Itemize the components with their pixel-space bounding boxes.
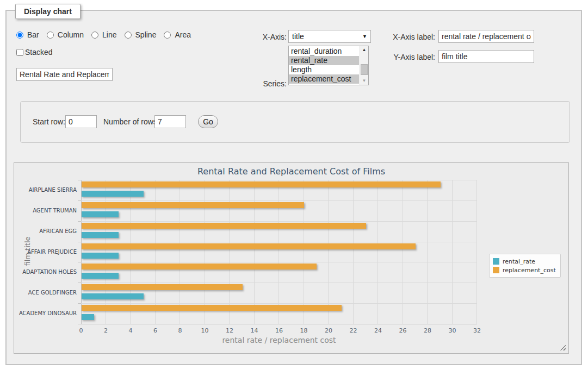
category-label: ACADEMY DINOSAUR [16,310,77,317]
scroll-down-icon[interactable]: ▼ [360,77,368,85]
x-tick-label: 28 [417,327,438,334]
x-tick-label: 22 [343,327,364,334]
legend-swatch [493,258,499,265]
x-axis-select[interactable]: title ▼ [288,30,371,43]
gridline [81,200,477,201]
category-tick [78,242,81,242]
x-tick-label: 12 [219,327,240,334]
gridline [403,180,403,324]
gridline [106,180,106,324]
number-of-rows-input[interactable] [154,115,186,128]
chart-type-radio-area[interactable] [164,32,171,39]
legend-item[interactable]: rental_rate [493,257,556,266]
legend-swatch [493,267,499,273]
chart-type-label-area[interactable]: Area [175,30,191,39]
series-option[interactable]: replacement_cost [289,74,359,84]
x-tick-label: 18 [293,327,315,334]
gridline [81,242,477,242]
chart-type-radio-group: Bar Column Line Spline Area [16,30,196,39]
category-tick [78,262,81,262]
x-tick-label: 4 [120,327,141,334]
bar-rental_rate [82,253,119,259]
x-tick-label: 10 [194,327,216,334]
bar-rental_rate [82,293,144,299]
bar-rental_rate [82,314,94,320]
gridline [130,180,131,324]
chart-type-label-line[interactable]: Line [102,30,116,39]
category-tick [78,303,81,304]
gridline [81,262,477,262]
bar-replacement_cost [82,305,342,311]
x-axis-label-input[interactable] [438,30,534,43]
fieldset-legend: Display chart [15,4,81,19]
chart-type-radio-line[interactable] [91,32,98,39]
bar-replacement_cost [82,181,441,187]
gridline [476,180,477,324]
bar-rental_rate [82,273,119,279]
chart-type-label-spline[interactable]: Spline [135,30,157,39]
bar-rental_rate [82,191,144,197]
go-button[interactable]: Go [198,115,218,128]
x-tick-label: 0 [70,327,92,334]
x-tick-label: 8 [169,327,191,334]
gridline [205,180,205,324]
series-option[interactable]: rental_rate [289,56,359,65]
chart-legend: rental_ratereplacement_cost [489,254,561,278]
chart-container: Rental Rate and Replacement Cost of Film… [14,162,569,354]
x-tick-label: 30 [442,327,463,334]
scroll-up-icon[interactable]: ▲ [360,46,368,54]
gridline [304,180,304,324]
number-of-rows-label: Number of rows: [103,117,159,126]
bar-replacement_cost [82,223,366,229]
stacked-row: Stacked [16,48,53,57]
legend-label: replacement_cost [503,267,556,274]
bar-replacement_cost [82,243,416,249]
gridline [81,180,477,180]
series-listbox[interactable]: rental_durationrental_ratelengthreplacem… [288,46,369,85]
chart-type-radio-bar[interactable] [16,32,23,39]
series-listbox-label: Series: [240,79,287,88]
chart-type-radio-column[interactable] [47,32,54,39]
category-axis-line [81,180,82,324]
stacked-checkbox[interactable] [16,49,23,56]
x-tick-label: 24 [367,327,389,334]
legend-item[interactable]: replacement_cost [493,266,556,274]
stacked-label[interactable]: Stacked [25,48,53,57]
x-axis-label-label: X-Axis label: [384,33,435,41]
chart-type-label-column[interactable]: Column [58,30,84,39]
y-axis-label-label: Y-Axis label: [384,53,435,61]
gridline [353,180,354,324]
series-option[interactable]: length [289,65,359,74]
start-row-input[interactable] [65,115,97,128]
gridline [81,283,477,283]
gridline [155,180,156,324]
chart-type-radio-spline[interactable] [125,32,132,39]
bar-replacement_cost [82,284,243,290]
category-label: AFRICAN EGG [16,228,77,235]
series-options: rental_durationrental_ratelengthreplacem… [289,47,359,84]
chart-plot-area [81,180,477,324]
chart-title-input[interactable] [16,68,113,81]
resize-handle-icon[interactable] [560,344,566,350]
display-chart-fieldset: Display chart Bar Column Line Spline Are… [5,10,582,365]
scrollbar-thumb[interactable] [361,64,368,75]
bar-replacement_cost [82,202,304,208]
category-tick [78,180,81,180]
gridline [377,180,378,324]
value-axis-line [81,324,477,324]
y-axis-label-input[interactable] [438,50,534,63]
chart-x-axis-title: rental rate / replacement cost [81,336,477,344]
chart-type-label-bar[interactable]: Bar [27,30,39,39]
listbox-scrollbar[interactable]: ▲ ▼ [360,46,368,85]
gridline [254,180,255,324]
category-tick [78,324,81,324]
category-label: AGENT TRUMAN [16,208,77,214]
category-tick [78,283,81,283]
x-tick-label: 32 [466,327,488,334]
series-option[interactable]: rental_duration [289,47,359,56]
legend-label: rental_rate [503,258,535,265]
x-tick-label: 16 [268,327,290,334]
chevron-down-icon: ▼ [362,34,367,39]
row-range-box: Start row: Number of rows: Go [20,101,570,143]
gridline [427,180,428,324]
